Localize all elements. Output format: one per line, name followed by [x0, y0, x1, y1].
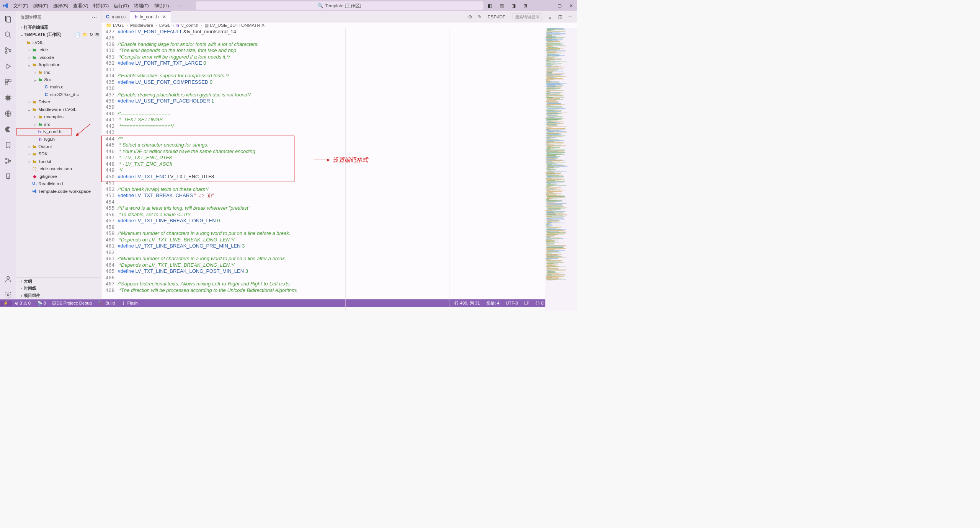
editor-tab[interactable]: Cmain.c — [101, 11, 130, 22]
tab-close-icon[interactable]: ✕ — [162, 14, 166, 20]
refresh-icon[interactable]: ↻ — [90, 32, 93, 37]
nav-arrows[interactable]: ← → — [178, 3, 191, 8]
vscode-logo-icon — [0, 3, 11, 8]
workspace-section[interactable]: ⌄TEMPLATE (工作区) 📄 📁 ↻ ⊟ — [16, 31, 101, 38]
svg-point-12 — [6, 162, 7, 163]
tree-item[interactable]: hlvgl.h — [16, 135, 101, 143]
activity-globe-icon[interactable] — [3, 109, 13, 118]
file-tree[interactable]: LVGL›.eide›.vscode⌄Application›Inc⌄SrcCm… — [16, 38, 101, 277]
window-max-icon[interactable]: ▢ — [557, 3, 562, 8]
activity-pacman-icon[interactable] — [3, 125, 13, 134]
tree-item[interactable]: LVGL — [16, 39, 101, 46]
status-problems[interactable]: ⊗ 0 ⚠ 0 — [12, 300, 34, 306]
tree-item[interactable]: ›Output — [16, 143, 101, 150]
svg-point-15 — [7, 277, 10, 279]
svg-point-5 — [9, 49, 11, 51]
tree-item[interactable]: ›Inc — [16, 68, 101, 76]
tree-item[interactable]: ›.vscode — [16, 54, 101, 61]
download-icon[interactable]: ⭳ — [548, 14, 552, 20]
breadcrumb-seg[interactable]: LVGL — [159, 23, 170, 28]
activity-settings-icon[interactable] — [3, 290, 13, 300]
menu-item[interactable]: 选择(S) — [51, 3, 70, 9]
sidebar-more-icon[interactable]: ⋯ — [92, 15, 97, 20]
new-file-icon[interactable]: 📄 — [75, 32, 80, 37]
tree-item[interactable]: ›examples — [16, 113, 101, 121]
tree-item[interactable]: ⌄Src — [16, 76, 101, 83]
components-section[interactable]: ›项目组件 — [16, 292, 101, 299]
sidebar-title: 资源管理器 — [21, 15, 41, 20]
activity-extensions-icon[interactable] — [3, 78, 13, 87]
svg-rect-6 — [5, 79, 8, 82]
layout-primary-icon[interactable]: ◧ — [487, 3, 492, 8]
tree-item[interactable]: ›src — [16, 121, 101, 128]
open-editors-section[interactable]: ›打开的编辑器 — [16, 24, 101, 31]
status-remote[interactable]: ⚡ — [0, 300, 12, 306]
tree-item[interactable]: { }.eide.usr.ctx.json — [16, 165, 101, 173]
layout-panel-icon[interactable]: ▤ — [499, 3, 504, 8]
nav-fwd-icon[interactable]: → — [187, 3, 192, 8]
tree-item[interactable]: ›Toolkit — [16, 158, 101, 165]
tree-item[interactable]: Cstm32f4xx_it.c — [16, 91, 101, 98]
tree-item[interactable]: hlv_conf.h — [16, 128, 72, 135]
editor-tabs: Cmain.chlv_conf.h✕ ⊕ ✎ ESP-IDF: 搜索错误提示 ⭳… — [101, 11, 577, 22]
new-folder-icon[interactable]: 📁 — [82, 32, 87, 37]
layout-secondary-icon[interactable]: ◨ — [511, 3, 516, 8]
svg-point-3 — [5, 47, 7, 49]
timeline-section[interactable]: ›时间线 — [16, 285, 101, 292]
breadcrumb-seg[interactable]: Middleware — [130, 23, 153, 28]
split-icon[interactable]: ◫ — [558, 14, 562, 20]
svg-point-11 — [6, 158, 7, 160]
breadcrumb[interactable]: 📁 LVGL›Middleware›LVGL›h lv_conf.h›▦ LV_… — [101, 23, 577, 28]
activity-account-icon[interactable] — [3, 274, 13, 284]
tree-item[interactable]: ◆.gitignore — [16, 173, 101, 180]
nav-back-icon[interactable]: ← — [178, 3, 183, 8]
activity-bookmark-icon[interactable] — [3, 141, 13, 150]
collapse-icon[interactable]: ⊟ — [95, 32, 99, 37]
activity-chip-icon[interactable] — [3, 93, 13, 103]
activity-scm-icon[interactable] — [3, 46, 13, 55]
tree-item[interactable]: ›SDK — [16, 150, 101, 158]
tab-more-icon[interactable]: ⋯ — [568, 14, 573, 20]
tree-item[interactable]: ⌄Middleware \ LVGL — [16, 106, 101, 113]
tree-item[interactable]: ›.eide — [16, 46, 101, 54]
svg-rect-1 — [7, 17, 11, 22]
tree-item[interactable]: M↓ReadMe.md — [16, 180, 101, 187]
activity-explorer-icon[interactable] — [3, 15, 13, 24]
tree-item[interactable]: ›Driver — [16, 98, 101, 106]
menu-item[interactable]: 终端(T) — [132, 3, 151, 9]
sidebar-header: 资源管理器 ⋯ — [16, 11, 101, 24]
command-center[interactable]: 🔍 Template (工作区) — [196, 2, 483, 10]
menu-item[interactable]: 运行(R) — [111, 3, 131, 9]
tree-item[interactable]: ⌄Application — [16, 61, 101, 68]
menu-item[interactable]: 文件(F) — [11, 3, 30, 9]
minimap[interactable] — [545, 28, 577, 311]
activity-tree-icon[interactable] — [3, 156, 13, 166]
tab-search-box[interactable]: 搜索错误提示 — [513, 13, 542, 20]
menu-item[interactable]: 编辑(E) — [31, 3, 51, 9]
tree-item[interactable]: Cmain.c — [16, 83, 101, 91]
menu-item[interactable]: 查看(V) — [71, 3, 90, 9]
activity-debug-icon[interactable] — [3, 62, 13, 71]
search-icon: 🔍 — [318, 3, 323, 8]
breadcrumb-seg[interactable]: 📁 LVGL — [106, 23, 124, 28]
editor-tab[interactable]: hlv_conf.h✕ — [130, 11, 171, 22]
tree-item[interactable]: Template.code-workspace — [16, 187, 101, 195]
outline-section[interactable]: ›大纲 — [16, 278, 101, 285]
breadcrumb-seg[interactable]: h lv_conf.h — [176, 23, 199, 28]
status-ports[interactable]: 📡 0 — [34, 300, 49, 306]
svg-rect-7 — [8, 79, 11, 82]
svg-point-13 — [10, 160, 11, 161]
wand-icon[interactable]: ✎ — [478, 14, 482, 20]
menu-item[interactable]: 转到(G) — [91, 3, 111, 9]
code-area[interactable]: #define LV_FONT_DEFAULT &lv_font_montser… — [118, 28, 545, 311]
status-project[interactable]: EIDE Project: Debug — [49, 301, 95, 306]
window-close-icon[interactable]: ✕ — [568, 3, 573, 8]
layout-custom-icon[interactable]: ⊞ — [523, 3, 528, 8]
activity-search-icon[interactable] — [3, 30, 13, 39]
svg-rect-8 — [5, 82, 8, 85]
breadcrumb-seg[interactable]: ▦ LV_USE_BUTTONMATRIX — [204, 23, 265, 28]
compass-icon[interactable]: ⊕ — [468, 14, 472, 20]
window-min-icon[interactable]: ─ — [545, 3, 550, 8]
activity-down-icon[interactable] — [3, 172, 13, 181]
menu-item[interactable]: 帮助(H) — [152, 3, 172, 9]
